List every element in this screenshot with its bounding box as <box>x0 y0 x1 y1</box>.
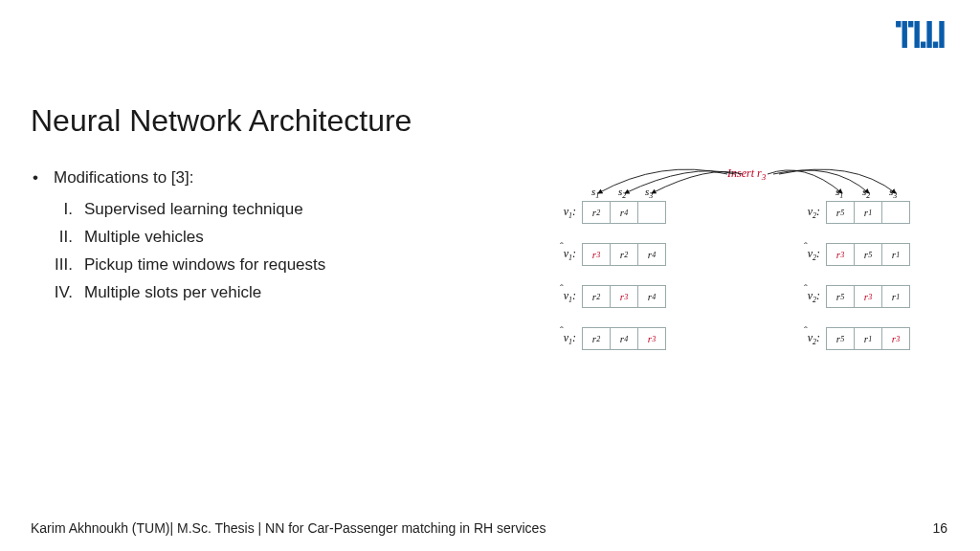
modification-text: Multiple vehicles <box>84 228 204 246</box>
modification-item: IV.Multiple slots per vehicle <box>31 279 490 307</box>
slot-cell: r5 <box>826 285 855 308</box>
vehicle-label: v2: <box>795 331 820 346</box>
slot-cells: r2r4r3 <box>582 327 666 350</box>
tum-logo <box>896 21 947 52</box>
vehicle-label: v1: <box>551 205 576 220</box>
slot-cell: r3 <box>826 243 855 266</box>
vehicle-label: v2: <box>795 205 820 220</box>
slot-cell: r3 <box>610 285 638 308</box>
slot-cell: r2 <box>582 327 611 350</box>
roman-numeral: III. <box>40 252 73 279</box>
slot-cell <box>637 201 666 224</box>
slot-cell: r2 <box>582 201 611 224</box>
slot-cell: r5 <box>826 201 855 224</box>
vehicle-label: v1: <box>551 247 576 262</box>
slot-cell: r3 <box>881 327 910 350</box>
slot-header: s2 <box>618 186 626 200</box>
slot-cell: r5 <box>826 327 855 350</box>
slot-cell: r4 <box>637 243 666 266</box>
slot-header: s1 <box>591 186 599 200</box>
slot-header: s3 <box>889 186 897 200</box>
slot-cell: r1 <box>854 327 882 350</box>
svg-rect-2 <box>908 21 913 27</box>
slot-cells: r3r2r4 <box>582 243 666 266</box>
slot-cells: r5r3r1 <box>826 285 910 308</box>
modification-text: Supervised learning technique <box>84 200 303 218</box>
slot-cell: r1 <box>854 201 882 224</box>
slot-header: s1 <box>835 186 843 200</box>
slot-cell: r2 <box>582 285 611 308</box>
slot-header: s3 <box>645 186 653 200</box>
slot-cells: r5r1r3 <box>826 327 910 350</box>
svg-rect-6 <box>933 42 938 48</box>
slot-cell <box>881 201 910 224</box>
svg-rect-4 <box>921 42 925 48</box>
page-number: 16 <box>932 520 947 536</box>
modification-text: Multiple slots per vehicle <box>84 283 261 301</box>
slot-cells: r3r5r1 <box>826 243 910 266</box>
slot-cell: r4 <box>610 201 638 224</box>
slot-cell: r2 <box>610 243 638 266</box>
vehicle-label: v1: <box>551 331 576 346</box>
vehicle-label: v2: <box>795 247 820 262</box>
svg-rect-5 <box>926 21 931 48</box>
svg-rect-3 <box>914 21 919 48</box>
vehicle-label: v1: <box>551 289 576 304</box>
svg-rect-1 <box>902 21 907 48</box>
slot-cell: r4 <box>610 327 638 350</box>
svg-rect-7 <box>939 21 944 48</box>
slot-cells: r2r4 <box>582 201 666 224</box>
slot-cell: r3 <box>582 243 611 266</box>
modification-list: I.Supervised learning techniqueII.Multip… <box>31 196 490 307</box>
slot-cell: r1 <box>881 243 910 266</box>
modification-text: Pickup time windows for requests <box>84 255 325 274</box>
roman-numeral: IV. <box>40 279 73 307</box>
modification-item: III.Pickup time windows for requests <box>31 252 490 279</box>
slide-title: Neural Network Architecture <box>31 103 412 139</box>
modification-item: II.Multiple vehicles <box>31 224 490 252</box>
slot-cells: r2r3r4 <box>582 285 666 308</box>
svg-rect-0 <box>896 21 901 27</box>
bullet-intro: Modifications to [3]: <box>31 165 490 192</box>
slot-header: s2 <box>862 186 870 200</box>
slot-cell: r5 <box>854 243 882 266</box>
slot-cell: r1 <box>881 285 910 308</box>
slot-cell: r3 <box>637 327 666 350</box>
vehicle-label: v2: <box>795 289 820 304</box>
roman-numeral: I. <box>40 196 73 224</box>
body-text: Modifications to [3]: I.Supervised learn… <box>31 165 490 306</box>
roman-numeral: II. <box>40 224 73 252</box>
modification-item: I.Supervised learning technique <box>31 196 490 224</box>
slot-cells: r5r1 <box>826 201 910 224</box>
slot-cell: r4 <box>637 285 666 308</box>
footer-text: Karim Akhnoukh (TUM)| M.Sc. Thesis | NN … <box>31 520 546 536</box>
slot-cell: r3 <box>854 285 882 308</box>
